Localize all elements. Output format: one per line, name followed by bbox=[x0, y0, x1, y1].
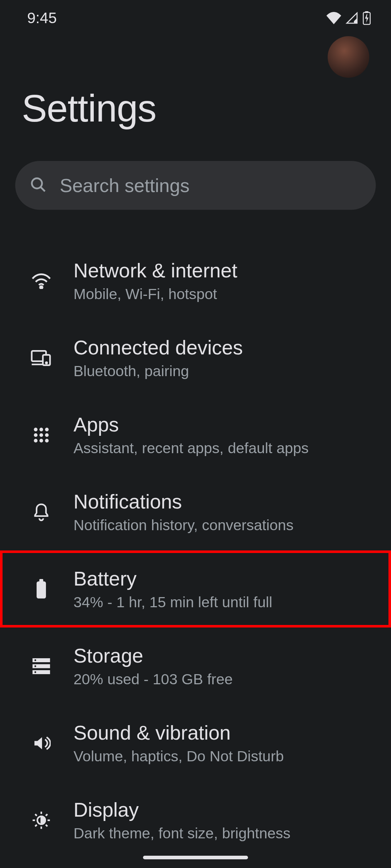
setting-item-battery[interactable]: Battery 34% - 1 hr, 15 min left until fu… bbox=[0, 550, 391, 627]
svg-point-24 bbox=[34, 659, 36, 661]
setting-text: Battery 34% - 1 hr, 15 min left until fu… bbox=[73, 567, 272, 611]
setting-title: Notifications bbox=[73, 490, 294, 513]
svg-point-14 bbox=[39, 433, 43, 437]
svg-point-12 bbox=[45, 427, 49, 431]
setting-text: Display Dark theme, font size, brightnes… bbox=[73, 798, 290, 842]
setting-subtitle: Assistant, recent apps, default apps bbox=[73, 440, 309, 457]
battery-charging-icon bbox=[362, 11, 371, 25]
battery-icon bbox=[31, 579, 52, 600]
navigation-pill[interactable] bbox=[143, 856, 248, 859]
svg-line-31 bbox=[46, 825, 47, 826]
page-title: Settings bbox=[22, 87, 369, 130]
svg-point-10 bbox=[34, 427, 38, 431]
svg-point-26 bbox=[34, 671, 36, 673]
storage-icon bbox=[31, 656, 52, 677]
profile-avatar[interactable] bbox=[328, 36, 369, 78]
setting-title: Connected devices bbox=[73, 336, 243, 359]
search-icon bbox=[30, 176, 47, 195]
apps-grid-icon bbox=[31, 425, 52, 446]
status-time: 9:45 bbox=[27, 9, 57, 27]
status-icons: ! bbox=[326, 11, 371, 25]
setting-text: Network & internet Mobile, Wi-Fi, hotspo… bbox=[73, 259, 237, 303]
svg-line-34 bbox=[35, 825, 37, 826]
settings-list: Network & internet Mobile, Wi-Fi, hotspo… bbox=[0, 242, 391, 859]
setting-item-apps[interactable]: Apps Assistant, recent apps, default app… bbox=[0, 396, 391, 473]
svg-point-15 bbox=[45, 433, 49, 437]
setting-title: Battery bbox=[73, 567, 272, 590]
setting-item-sound[interactable]: Sound & vibration Volume, haptics, Do No… bbox=[0, 705, 391, 782]
svg-rect-2 bbox=[365, 11, 369, 13]
svg-point-13 bbox=[34, 433, 38, 437]
svg-point-11 bbox=[39, 427, 43, 431]
svg-point-9 bbox=[46, 362, 47, 363]
svg-point-16 bbox=[34, 439, 38, 442]
svg-point-18 bbox=[45, 439, 49, 442]
setting-item-connected-devices[interactable]: Connected devices Bluetooth, pairing bbox=[0, 319, 391, 396]
bell-icon bbox=[31, 502, 52, 523]
svg-line-30 bbox=[35, 814, 37, 816]
svg-rect-20 bbox=[39, 579, 43, 582]
svg-line-4 bbox=[41, 187, 45, 191]
setting-title: Sound & vibration bbox=[73, 721, 284, 744]
setting-subtitle: 20% used - 103 GB free bbox=[73, 671, 233, 688]
status-bar: 9:45 ! bbox=[0, 0, 391, 36]
setting-text: Notifications Notification history, conv… bbox=[73, 490, 294, 534]
setting-text: Apps Assistant, recent apps, default app… bbox=[73, 413, 309, 457]
setting-item-display[interactable]: Display Dark theme, font size, brightnes… bbox=[0, 782, 391, 859]
svg-point-3 bbox=[32, 178, 42, 188]
setting-subtitle: Mobile, Wi-Fi, hotspot bbox=[73, 286, 237, 303]
setting-subtitle: Volume, haptics, Do Not Disturb bbox=[73, 748, 284, 765]
setting-subtitle: 34% - 1 hr, 15 min left until full bbox=[73, 594, 272, 611]
svg-rect-19 bbox=[37, 581, 46, 598]
svg-point-25 bbox=[34, 665, 36, 667]
setting-title: Display bbox=[73, 798, 290, 821]
setting-item-storage[interactable]: Storage 20% used - 103 GB free bbox=[0, 627, 391, 705]
setting-title: Storage bbox=[73, 644, 233, 667]
wifi-icon bbox=[31, 271, 52, 292]
search-bar[interactable]: Search settings bbox=[15, 161, 376, 210]
svg-line-35 bbox=[46, 814, 47, 816]
setting-text: Storage 20% used - 103 GB free bbox=[73, 644, 233, 688]
search-placeholder: Search settings bbox=[60, 175, 189, 196]
brightness-icon bbox=[31, 810, 52, 831]
setting-subtitle: Notification history, conversations bbox=[73, 517, 294, 534]
setting-item-network[interactable]: Network & internet Mobile, Wi-Fi, hotspo… bbox=[0, 242, 391, 319]
setting-item-notifications[interactable]: Notifications Notification history, conv… bbox=[0, 473, 391, 550]
svg-point-5 bbox=[40, 286, 43, 289]
cellular-signal-icon: ! bbox=[345, 12, 359, 24]
setting-text: Connected devices Bluetooth, pairing bbox=[73, 336, 243, 380]
setting-title: Apps bbox=[73, 413, 309, 436]
volume-icon bbox=[31, 733, 52, 754]
wifi-icon bbox=[326, 12, 341, 24]
devices-icon bbox=[31, 348, 52, 369]
setting-text: Sound & vibration Volume, haptics, Do No… bbox=[73, 721, 284, 765]
header: Settings bbox=[0, 36, 391, 130]
setting-title: Network & internet bbox=[73, 259, 237, 282]
svg-point-17 bbox=[39, 439, 43, 442]
setting-subtitle: Bluetooth, pairing bbox=[73, 363, 243, 380]
setting-subtitle: Dark theme, font size, brightness bbox=[73, 825, 290, 842]
